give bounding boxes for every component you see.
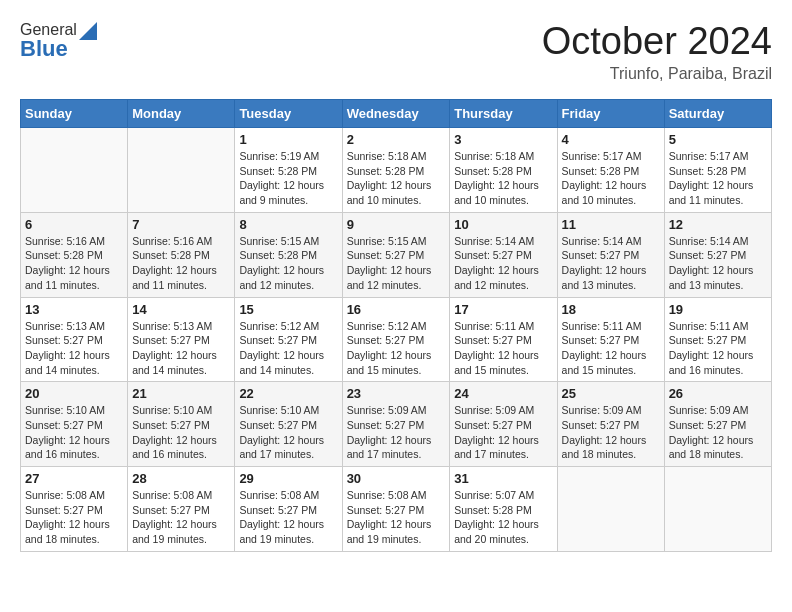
title-block: October 2024 Triunfo, Paraiba, Brazil bbox=[542, 20, 772, 83]
page-header: General Blue October 2024 Triunfo, Parai… bbox=[20, 20, 772, 83]
calendar-cell: 11Sunrise: 5:14 AM Sunset: 5:27 PM Dayli… bbox=[557, 212, 664, 297]
weekday-header-wednesday: Wednesday bbox=[342, 100, 450, 128]
calendar-cell: 20Sunrise: 5:10 AM Sunset: 5:27 PM Dayli… bbox=[21, 382, 128, 467]
day-info: Sunrise: 5:10 AM Sunset: 5:27 PM Dayligh… bbox=[239, 403, 337, 462]
calendar-cell: 30Sunrise: 5:08 AM Sunset: 5:27 PM Dayli… bbox=[342, 467, 450, 552]
day-number: 29 bbox=[239, 471, 337, 486]
calendar-cell: 26Sunrise: 5:09 AM Sunset: 5:27 PM Dayli… bbox=[664, 382, 771, 467]
calendar-cell: 5Sunrise: 5:17 AM Sunset: 5:28 PM Daylig… bbox=[664, 128, 771, 213]
day-number: 27 bbox=[25, 471, 123, 486]
day-number: 16 bbox=[347, 302, 446, 317]
day-info: Sunrise: 5:16 AM Sunset: 5:28 PM Dayligh… bbox=[25, 234, 123, 293]
calendar-cell: 24Sunrise: 5:09 AM Sunset: 5:27 PM Dayli… bbox=[450, 382, 557, 467]
calendar-week-2: 6Sunrise: 5:16 AM Sunset: 5:28 PM Daylig… bbox=[21, 212, 772, 297]
day-info: Sunrise: 5:09 AM Sunset: 5:27 PM Dayligh… bbox=[347, 403, 446, 462]
calendar-cell bbox=[21, 128, 128, 213]
calendar-cell: 16Sunrise: 5:12 AM Sunset: 5:27 PM Dayli… bbox=[342, 297, 450, 382]
day-number: 25 bbox=[562, 386, 660, 401]
day-info: Sunrise: 5:18 AM Sunset: 5:28 PM Dayligh… bbox=[454, 149, 552, 208]
calendar-cell: 27Sunrise: 5:08 AM Sunset: 5:27 PM Dayli… bbox=[21, 467, 128, 552]
day-info: Sunrise: 5:09 AM Sunset: 5:27 PM Dayligh… bbox=[669, 403, 767, 462]
day-number: 6 bbox=[25, 217, 123, 232]
day-info: Sunrise: 5:17 AM Sunset: 5:28 PM Dayligh… bbox=[669, 149, 767, 208]
calendar-cell: 7Sunrise: 5:16 AM Sunset: 5:28 PM Daylig… bbox=[128, 212, 235, 297]
calendar-cell: 25Sunrise: 5:09 AM Sunset: 5:27 PM Dayli… bbox=[557, 382, 664, 467]
day-info: Sunrise: 5:08 AM Sunset: 5:27 PM Dayligh… bbox=[239, 488, 337, 547]
day-info: Sunrise: 5:17 AM Sunset: 5:28 PM Dayligh… bbox=[562, 149, 660, 208]
weekday-header-saturday: Saturday bbox=[664, 100, 771, 128]
calendar-cell: 19Sunrise: 5:11 AM Sunset: 5:27 PM Dayli… bbox=[664, 297, 771, 382]
day-info: Sunrise: 5:14 AM Sunset: 5:27 PM Dayligh… bbox=[562, 234, 660, 293]
day-number: 11 bbox=[562, 217, 660, 232]
day-info: Sunrise: 5:11 AM Sunset: 5:27 PM Dayligh… bbox=[454, 319, 552, 378]
day-info: Sunrise: 5:16 AM Sunset: 5:28 PM Dayligh… bbox=[132, 234, 230, 293]
calendar-week-3: 13Sunrise: 5:13 AM Sunset: 5:27 PM Dayli… bbox=[21, 297, 772, 382]
calendar-cell: 17Sunrise: 5:11 AM Sunset: 5:27 PM Dayli… bbox=[450, 297, 557, 382]
day-number: 26 bbox=[669, 386, 767, 401]
day-number: 13 bbox=[25, 302, 123, 317]
calendar-cell: 21Sunrise: 5:10 AM Sunset: 5:27 PM Dayli… bbox=[128, 382, 235, 467]
day-number: 5 bbox=[669, 132, 767, 147]
calendar-cell: 29Sunrise: 5:08 AM Sunset: 5:27 PM Dayli… bbox=[235, 467, 342, 552]
calendar-cell: 13Sunrise: 5:13 AM Sunset: 5:27 PM Dayli… bbox=[21, 297, 128, 382]
day-info: Sunrise: 5:18 AM Sunset: 5:28 PM Dayligh… bbox=[347, 149, 446, 208]
day-info: Sunrise: 5:15 AM Sunset: 5:27 PM Dayligh… bbox=[347, 234, 446, 293]
day-number: 22 bbox=[239, 386, 337, 401]
day-number: 7 bbox=[132, 217, 230, 232]
calendar-cell: 3Sunrise: 5:18 AM Sunset: 5:28 PM Daylig… bbox=[450, 128, 557, 213]
weekday-header-sunday: Sunday bbox=[21, 100, 128, 128]
day-number: 14 bbox=[132, 302, 230, 317]
calendar-cell: 8Sunrise: 5:15 AM Sunset: 5:28 PM Daylig… bbox=[235, 212, 342, 297]
calendar-cell: 23Sunrise: 5:09 AM Sunset: 5:27 PM Dayli… bbox=[342, 382, 450, 467]
calendar-cell: 22Sunrise: 5:10 AM Sunset: 5:27 PM Dayli… bbox=[235, 382, 342, 467]
calendar-cell: 14Sunrise: 5:13 AM Sunset: 5:27 PM Dayli… bbox=[128, 297, 235, 382]
calendar-table: SundayMondayTuesdayWednesdayThursdayFrid… bbox=[20, 99, 772, 552]
day-info: Sunrise: 5:08 AM Sunset: 5:27 PM Dayligh… bbox=[132, 488, 230, 547]
calendar-cell bbox=[664, 467, 771, 552]
day-number: 23 bbox=[347, 386, 446, 401]
day-info: Sunrise: 5:13 AM Sunset: 5:27 PM Dayligh… bbox=[132, 319, 230, 378]
calendar-cell: 15Sunrise: 5:12 AM Sunset: 5:27 PM Dayli… bbox=[235, 297, 342, 382]
day-info: Sunrise: 5:08 AM Sunset: 5:27 PM Dayligh… bbox=[347, 488, 446, 547]
day-info: Sunrise: 5:11 AM Sunset: 5:27 PM Dayligh… bbox=[562, 319, 660, 378]
day-number: 31 bbox=[454, 471, 552, 486]
day-number: 20 bbox=[25, 386, 123, 401]
day-number: 10 bbox=[454, 217, 552, 232]
calendar-cell: 28Sunrise: 5:08 AM Sunset: 5:27 PM Dayli… bbox=[128, 467, 235, 552]
day-number: 3 bbox=[454, 132, 552, 147]
day-number: 30 bbox=[347, 471, 446, 486]
weekday-header-friday: Friday bbox=[557, 100, 664, 128]
calendar-cell: 9Sunrise: 5:15 AM Sunset: 5:27 PM Daylig… bbox=[342, 212, 450, 297]
calendar-cell: 18Sunrise: 5:11 AM Sunset: 5:27 PM Dayli… bbox=[557, 297, 664, 382]
day-info: Sunrise: 5:09 AM Sunset: 5:27 PM Dayligh… bbox=[562, 403, 660, 462]
day-info: Sunrise: 5:09 AM Sunset: 5:27 PM Dayligh… bbox=[454, 403, 552, 462]
day-number: 12 bbox=[669, 217, 767, 232]
calendar-cell: 1Sunrise: 5:19 AM Sunset: 5:28 PM Daylig… bbox=[235, 128, 342, 213]
day-number: 24 bbox=[454, 386, 552, 401]
day-info: Sunrise: 5:13 AM Sunset: 5:27 PM Dayligh… bbox=[25, 319, 123, 378]
day-number: 18 bbox=[562, 302, 660, 317]
calendar-cell: 6Sunrise: 5:16 AM Sunset: 5:28 PM Daylig… bbox=[21, 212, 128, 297]
calendar-cell: 31Sunrise: 5:07 AM Sunset: 5:28 PM Dayli… bbox=[450, 467, 557, 552]
calendar-week-1: 1Sunrise: 5:19 AM Sunset: 5:28 PM Daylig… bbox=[21, 128, 772, 213]
day-number: 8 bbox=[239, 217, 337, 232]
day-number: 17 bbox=[454, 302, 552, 317]
day-info: Sunrise: 5:19 AM Sunset: 5:28 PM Dayligh… bbox=[239, 149, 337, 208]
day-info: Sunrise: 5:14 AM Sunset: 5:27 PM Dayligh… bbox=[669, 234, 767, 293]
calendar-cell bbox=[128, 128, 235, 213]
calendar-cell: 2Sunrise: 5:18 AM Sunset: 5:28 PM Daylig… bbox=[342, 128, 450, 213]
day-info: Sunrise: 5:10 AM Sunset: 5:27 PM Dayligh… bbox=[25, 403, 123, 462]
logo: General Blue bbox=[20, 20, 97, 62]
weekday-header-row: SundayMondayTuesdayWednesdayThursdayFrid… bbox=[21, 100, 772, 128]
day-info: Sunrise: 5:12 AM Sunset: 5:27 PM Dayligh… bbox=[347, 319, 446, 378]
day-number: 9 bbox=[347, 217, 446, 232]
day-number: 28 bbox=[132, 471, 230, 486]
day-info: Sunrise: 5:10 AM Sunset: 5:27 PM Dayligh… bbox=[132, 403, 230, 462]
day-info: Sunrise: 5:08 AM Sunset: 5:27 PM Dayligh… bbox=[25, 488, 123, 547]
day-number: 2 bbox=[347, 132, 446, 147]
weekday-header-thursday: Thursday bbox=[450, 100, 557, 128]
logo-triangle-icon bbox=[79, 18, 97, 40]
day-number: 1 bbox=[239, 132, 337, 147]
day-number: 15 bbox=[239, 302, 337, 317]
weekday-header-tuesday: Tuesday bbox=[235, 100, 342, 128]
